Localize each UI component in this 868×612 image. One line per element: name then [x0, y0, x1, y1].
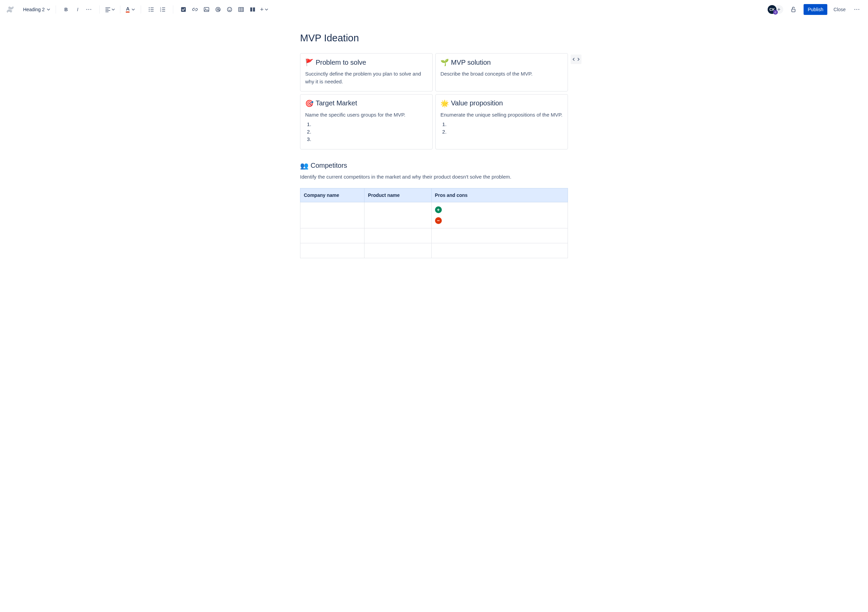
svg-point-0 [149, 8, 150, 8]
link-button[interactable] [189, 4, 200, 15]
restrictions-button[interactable] [788, 4, 799, 15]
flag-icon: 🚩 [305, 58, 314, 66]
silhouettes-icon: 👥 [300, 162, 308, 170]
more-formatting-button[interactable]: ··· [84, 4, 95, 15]
action-item-button[interactable] [178, 4, 189, 15]
card-body[interactable]: Name the specific users groups for the M… [305, 111, 428, 119]
table-cell[interactable] [431, 229, 567, 243]
table-cell[interactable] [364, 202, 431, 229]
svg-rect-17 [792, 9, 795, 12]
table-row[interactable] [301, 229, 568, 243]
card-body[interactable]: Enumerate the unique selling proposition… [440, 111, 563, 119]
insert-button[interactable]: + [259, 4, 270, 15]
width-handle[interactable] [570, 54, 581, 64]
numbered-list-button[interactable]: 123 [157, 4, 168, 15]
card-target[interactable]: 🎯 Target Market Name the specific users … [300, 94, 432, 150]
page-content: MVP Ideation 🚩 Problem to solve Succinct… [300, 19, 568, 278]
mention-button[interactable] [212, 4, 223, 15]
table-cell[interactable] [364, 229, 431, 243]
italic-button[interactable]: I [72, 4, 83, 15]
chevron-down-icon [47, 8, 50, 11]
avatar: CK C [768, 5, 777, 14]
table-header[interactable]: Pros and cons [431, 189, 567, 202]
text-color-button[interactable]: A [125, 4, 136, 15]
more-actions-button[interactable]: ··· [852, 4, 863, 15]
card-value[interactable]: 🌟 Value proposition Enumerate the unique… [436, 94, 568, 150]
card-problem[interactable]: 🚩 Problem to solve Succinctly define the… [300, 53, 432, 91]
target-list[interactable] [305, 121, 428, 142]
target-icon: 🎯 [305, 99, 314, 107]
image-button[interactable] [201, 4, 212, 15]
table-row[interactable]: + − [301, 202, 568, 229]
layouts-button[interactable] [247, 4, 258, 15]
bold-button[interactable]: B [61, 4, 71, 15]
list-item[interactable] [313, 129, 428, 135]
svg-point-13 [230, 9, 231, 9]
svg-rect-7 [204, 8, 209, 11]
table-header[interactable]: Company name [301, 189, 364, 202]
svg-text:3: 3 [160, 10, 161, 12]
chevron-down-icon [112, 8, 115, 11]
confluence-logo [5, 5, 15, 14]
page-title[interactable]: MVP Ideation [300, 32, 568, 44]
editor-toolbar: Heading 2 B I ··· A 123 [0, 0, 868, 19]
avatar-group[interactable]: CK C + [768, 5, 783, 14]
value-list[interactable] [440, 121, 563, 135]
emoji-button[interactable] [224, 4, 235, 15]
svg-point-2 [149, 11, 150, 12]
resize-icon [573, 57, 580, 61]
table-button[interactable] [236, 4, 246, 15]
svg-rect-16 [253, 8, 255, 11]
image-icon [203, 6, 209, 12]
table-cell[interactable] [301, 229, 364, 243]
svg-rect-15 [250, 8, 252, 11]
layout-grid: 🚩 Problem to solve Succinctly define the… [300, 53, 568, 150]
con-badge: − [435, 217, 442, 224]
card-body[interactable]: Describe the broad concepts of the MVP. [440, 70, 563, 77]
competitors-heading[interactable]: 👥 Competitors [300, 162, 568, 170]
list-item[interactable] [448, 121, 563, 127]
mention-icon [215, 6, 221, 12]
table-cell[interactable] [364, 243, 431, 258]
text-style-select[interactable]: Heading 2 [20, 4, 53, 15]
checkbox-icon [180, 6, 186, 12]
svg-point-9 [215, 8, 220, 12]
table-header[interactable]: Product name [364, 189, 431, 202]
card-body[interactable]: Succinctly define the problem you plan t… [305, 70, 428, 86]
card-heading: 🌱 MVP solution [440, 58, 563, 66]
chevron-down-icon [265, 8, 268, 11]
card-mvp[interactable]: 🌱 MVP solution Describe the broad concep… [436, 53, 568, 91]
svg-rect-14 [239, 8, 243, 11]
list-item[interactable] [313, 121, 428, 127]
alignment-button[interactable] [104, 4, 115, 15]
list-item[interactable] [313, 136, 428, 142]
bullet-list-button[interactable] [146, 4, 157, 15]
text-color-icon: A [126, 6, 130, 12]
table-icon [238, 6, 244, 12]
competitors-body[interactable]: Identify the current competitors in the … [300, 173, 568, 181]
star-icon: 🌟 [440, 99, 449, 107]
table-cell[interactable] [431, 243, 567, 258]
seedling-icon: 🌱 [440, 58, 449, 66]
table-cell[interactable] [301, 202, 364, 229]
svg-rect-6 [181, 7, 186, 12]
table-cell[interactable]: + − [431, 202, 567, 229]
competitors-table[interactable]: Company name Product name Pros and cons … [300, 188, 568, 258]
svg-point-11 [227, 8, 232, 12]
text-style-label: Heading 2 [23, 7, 45, 12]
card-heading: 🎯 Target Market [305, 99, 428, 107]
unlock-icon [790, 6, 797, 12]
align-left-icon [105, 6, 111, 12]
bullet-list-icon [148, 6, 154, 12]
table-cell[interactable] [301, 243, 364, 258]
publish-button[interactable]: Publish [804, 4, 827, 15]
chevron-down-icon [132, 8, 135, 11]
close-button[interactable]: Close [830, 4, 849, 15]
svg-point-12 [228, 9, 229, 9]
svg-point-1 [149, 9, 150, 10]
svg-point-8 [205, 8, 206, 9]
layouts-icon [250, 6, 256, 12]
table-row[interactable] [301, 243, 568, 258]
avatar-badge: C [773, 10, 778, 15]
list-item[interactable] [448, 129, 563, 135]
